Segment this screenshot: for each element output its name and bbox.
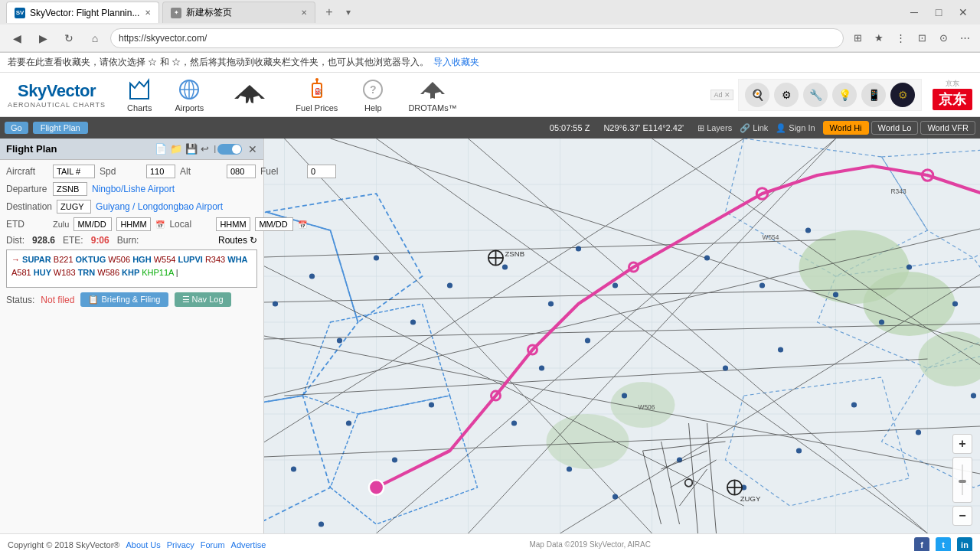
bookmark-star-icon[interactable]: ★ — [870, 29, 888, 47]
fp-route-w586: W586 — [97, 268, 122, 277]
fp-fuel-input[interactable] — [307, 165, 336, 178]
fp-route-box[interactable]: → SUPAR B221 OKTUG W506 HGH W554 LUPVI R… — [6, 249, 257, 288]
toolbar-icons: ⊞ ★ ⋮ ⊡ ⊙ ⋯ — [848, 29, 974, 47]
fp-burn-label: Burn: — [117, 235, 139, 246]
fp-dist-value: 928.6 — [32, 235, 55, 246]
fp-new-icon[interactable]: 📄 — [155, 143, 167, 155]
layers-btn[interactable]: ⊞ Layers — [697, 123, 732, 133]
extension-icon-1[interactable]: ⊞ — [848, 29, 867, 47]
forward-btn[interactable]: ▶ — [32, 28, 54, 49]
tab-close-btn[interactable]: ✕ — [145, 8, 151, 17]
map-data-text: Map Data ©2019 SkyVector, AIRAC — [529, 540, 651, 549]
skyvector-logo[interactable]: SkyVector Aeronautical Charts — [8, 81, 106, 109]
fp-routes-refresh-icon: ↻ — [250, 235, 257, 246]
link-btn[interactable]: 🔗 Link — [740, 123, 768, 133]
fp-brief-btn[interactable]: 📋 Briefing & Filing — [80, 292, 168, 307]
home-btn[interactable]: ⌂ — [84, 28, 106, 49]
fp-etd-hhmm[interactable] — [116, 217, 151, 231]
flight-plan-label[interactable]: Flight Plan — [33, 122, 88, 134]
nav-airports[interactable]: Airports — [168, 74, 210, 116]
nav-fuel[interactable]: ⛽ Fuel Prices — [289, 74, 344, 116]
extension-icon-3[interactable]: ⊙ — [934, 29, 952, 47]
new-tab-button[interactable]: + — [318, 2, 340, 23]
nav-charts[interactable]: Charts — [121, 74, 158, 116]
zoom-slider[interactable] — [952, 457, 972, 503]
address-bar[interactable]: https://skyvector.com/ — [110, 28, 844, 48]
extension-icon-2[interactable]: ⊡ — [913, 29, 931, 47]
back-btn[interactable]: ◀ — [6, 28, 28, 49]
notification-text: 若要在此查看收藏夹，请依次选择 ☆ 和 ☆，然后将其拖动到收藏夹栏文件夹，也可从… — [8, 56, 429, 69]
svg-point-95 — [851, 402, 857, 407]
svg-point-70 — [346, 420, 351, 425]
fp-departure-name[interactable]: Ningbo/Lishe Airport — [92, 184, 175, 194]
svg-point-89 — [906, 264, 912, 269]
appliance-1[interactable]: 🍳 — [745, 83, 769, 107]
tab-close-new[interactable]: ✕ — [301, 8, 307, 17]
fp-etd-mmdd[interactable] — [74, 217, 112, 231]
sign-in-btn[interactable]: 👤 Sign In — [776, 123, 815, 133]
nav-charts-plane[interactable] — [220, 79, 279, 111]
linkedin-icon[interactable]: in — [957, 537, 972, 552]
minimize-window-btn[interactable]: ─ — [903, 2, 925, 23]
fp-export-icon[interactable]: ↩ — [201, 143, 209, 155]
appliance-6[interactable]: ⚙ — [890, 83, 915, 107]
maximize-window-btn[interactable]: □ — [928, 2, 949, 23]
zoom-in-btn[interactable]: + — [952, 434, 972, 454]
appliance-4[interactable]: 💡 — [832, 83, 857, 107]
nav-fuel-label: Fuel Prices — [296, 103, 338, 112]
nav-help[interactable]: ? Help — [354, 74, 391, 116]
jd-logo[interactable]: 京东 — [933, 89, 972, 110]
fp-departure-label: Departure — [6, 184, 48, 194]
world-hi-btn[interactable]: World Hi — [823, 121, 869, 135]
close-window-btn[interactable]: ✕ — [952, 2, 974, 23]
appliance-2[interactable]: ⚙ — [774, 83, 799, 107]
fp-title: Flight Plan — [6, 143, 155, 155]
browser-tab-new[interactable]: ✦ 新建标签页 ✕ — [162, 2, 315, 23]
settings-icon[interactable]: ⋮ — [891, 29, 910, 47]
fp-local-mmdd[interactable] — [255, 217, 293, 231]
world-vfr-btn[interactable]: World VFR — [920, 121, 975, 135]
fp-stats-row: Dist: 928.6 ETE: 9:06 Burn: Routes ↻ — [6, 235, 257, 246]
advertise-link[interactable]: Advertise — [231, 540, 266, 549]
fp-routes-btn[interactable]: Routes ↻ — [218, 235, 257, 246]
fp-aircraft-input[interactable] — [53, 165, 95, 178]
nav-drotams[interactable]: DROTAMs™ — [402, 74, 462, 116]
appliance-5[interactable]: 📱 — [861, 83, 886, 107]
go-button[interactable]: Go — [5, 122, 28, 134]
svg-point-66 — [374, 255, 379, 260]
refresh-btn[interactable]: ↻ — [58, 28, 80, 49]
more-icon[interactable]: ⋯ — [956, 29, 974, 47]
twitter-icon[interactable]: t — [936, 537, 951, 552]
fp-alt-input[interactable] — [227, 165, 256, 178]
zoom-out-btn[interactable]: − — [952, 506, 972, 526]
svg-point-67 — [410, 319, 416, 324]
fp-open-icon[interactable]: 📁 — [170, 143, 182, 155]
fp-destination-name[interactable]: Guiyang / Longdongbao Airport — [96, 201, 223, 212]
fp-close-btn[interactable]: ✕ — [248, 143, 257, 155]
privacy-link[interactable]: Privacy — [167, 540, 194, 549]
world-lo-btn[interactable]: World Lo — [871, 121, 919, 135]
import-favorites-link[interactable]: 导入收藏夹 — [433, 56, 479, 69]
svg-point-69 — [291, 466, 296, 471]
fp-aircraft-label: Aircraft — [6, 166, 48, 177]
fp-route-a581: A581 — [11, 268, 34, 277]
fp-local-hhmm[interactable] — [216, 217, 250, 231]
browser-tab-active[interactable]: SV SkyVector: Flight Plannin... ✕ — [6, 2, 159, 23]
fp-toggle-switch[interactable] — [217, 144, 242, 155]
browser-title-bar: SV SkyVector: Flight Plannin... ✕ ✦ 新建标签… — [0, 0, 980, 24]
svg-point-63 — [273, 301, 278, 306]
facebook-icon[interactable]: f — [914, 537, 929, 552]
tab-dropdown-button[interactable]: ▾ — [346, 7, 351, 18]
about-link[interactable]: About Us — [126, 540, 160, 549]
svg-text:ZUGY: ZUGY — [740, 494, 761, 503]
fp-save-icon[interactable]: 💾 — [185, 143, 198, 155]
forum-link[interactable]: Forum — [201, 540, 225, 549]
social-icons: f t in — [914, 537, 972, 552]
link-icon: 🔗 — [740, 123, 750, 133]
fp-destination-code[interactable] — [57, 200, 91, 214]
fp-navlog-btn[interactable]: ☰ Nav Log — [175, 292, 231, 307]
map-area[interactable]: ZSNB ZUGY W506 W554 R343 + − — [264, 139, 980, 533]
fp-spd-input[interactable] — [146, 165, 175, 178]
fp-departure-code[interactable] — [53, 182, 87, 196]
appliance-3[interactable]: 🔧 — [803, 83, 828, 107]
